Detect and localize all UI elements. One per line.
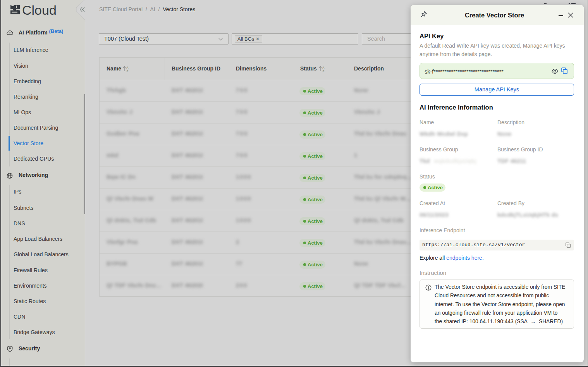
svg-text:Z: Z (127, 69, 129, 73)
svg-text:Z: Z (323, 69, 325, 73)
